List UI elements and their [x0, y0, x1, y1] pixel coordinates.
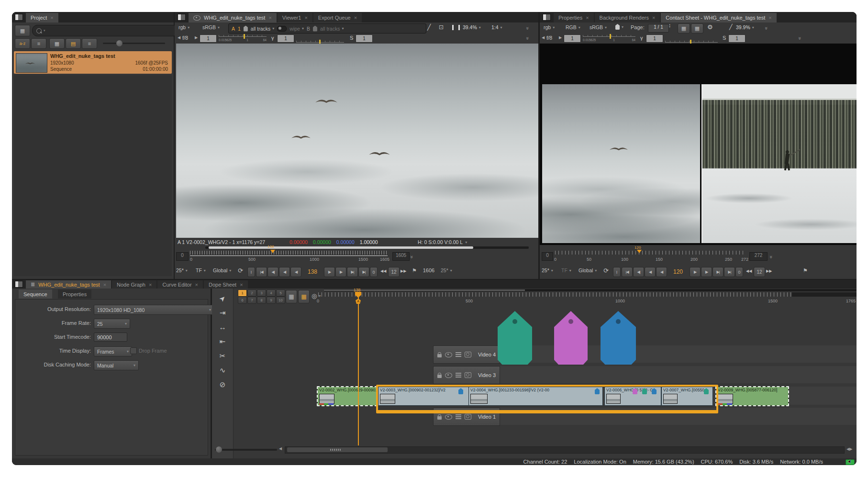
- loop-icon[interactable]: ⟳: [238, 267, 243, 274]
- gamma-field[interactable]: 1: [277, 34, 294, 43]
- timecode-mode-dropdown[interactable]: TF: [561, 267, 571, 273]
- in-point-field[interactable]: 0: [176, 252, 189, 261]
- viewer-zoom-dropdown[interactable]: 39.4%: [463, 24, 481, 30]
- overflow-chevron-icon[interactable]: »: [525, 27, 531, 29]
- in-out-flag-icon[interactable]: ⚑: [412, 267, 417, 274]
- step-forward-button[interactable]: ▶: [335, 267, 346, 277]
- play-button[interactable]: ▶: [690, 267, 701, 277]
- gamma-field[interactable]: 1: [646, 34, 663, 43]
- frame-rate-dropdown[interactable]: 25: [94, 319, 130, 329]
- sheet-zoom-dropdown[interactable]: 39.9%: [736, 24, 754, 30]
- start-timecode-field[interactable]: 90000: [94, 333, 127, 342]
- sort-alpha-button[interactable]: a-z: [15, 38, 30, 49]
- clip-v2-0003[interactable]: V2-0003_WHG.[000902-001232]/V2: [378, 387, 469, 406]
- timeline-scrollbar[interactable]: [285, 446, 845, 454]
- jog-forward-icon[interactable]: ▶▶: [766, 269, 772, 273]
- disk-caching-dropdown[interactable]: Manual: [94, 360, 139, 370]
- play-backward-button[interactable]: ◀: [656, 267, 667, 277]
- tracks-b-dropdown[interactable]: all tracks: [320, 26, 344, 32]
- play-backward-button[interactable]: ◀: [290, 267, 301, 277]
- fstop-dec-icon[interactable]: ◀: [178, 35, 180, 40]
- overflow-chevron-icon[interactable]: »: [525, 37, 531, 39]
- layers-icon[interactable]: [456, 414, 461, 419]
- multiview-tool-icon[interactable]: ⊘: [212, 380, 233, 389]
- clip-v2-0009[interactable]: V2-0009_WHG.[005877-006120]: [716, 387, 789, 406]
- clip-v2-0007[interactable]: V2-0007_WHG.[00550: [661, 387, 713, 406]
- timeline-view-button[interactable]: ▦: [286, 290, 297, 303]
- marker-4-button[interactable]: 4: [267, 289, 276, 297]
- grid-view-button[interactable]: ▦: [49, 38, 65, 49]
- project-view-mode-button[interactable]: ▦: [15, 25, 30, 36]
- input-a-number[interactable]: 1: [238, 26, 241, 32]
- detail-view-button[interactable]: ▤: [66, 38, 81, 49]
- tag-icon[interactable]: [244, 26, 248, 32]
- layers-icon[interactable]: [456, 352, 461, 357]
- mask-icon[interactable]: [465, 414, 471, 420]
- saturation-field[interactable]: 1: [356, 34, 373, 43]
- step-back-button[interactable]: ◀: [645, 267, 656, 277]
- overflow-chevron-icon[interactable]: »: [764, 27, 769, 29]
- track-lane-video4[interactable]: [500, 345, 857, 363]
- overflow-chevron-icon[interactable]: »: [797, 37, 803, 39]
- slider-knob[interactable]: [116, 40, 122, 46]
- close-icon[interactable]: ×: [149, 282, 152, 287]
- fps-dropdown[interactable]: 25*: [542, 267, 553, 273]
- fstop-inc-icon[interactable]: ▶: [559, 35, 562, 40]
- out-point-field[interactable]: 272: [749, 252, 768, 261]
- marker-6-button[interactable]: 6: [238, 297, 247, 304]
- wipe-handle-icon[interactable]: ╱: [427, 24, 431, 31]
- scrollbar-thumb[interactable]: [287, 447, 388, 452]
- marker-9-button[interactable]: 9: [267, 297, 276, 304]
- timeline-ruler[interactable]: 0 500 1000 1500 1765: [300, 292, 857, 306]
- close-icon[interactable]: ×: [103, 282, 106, 287]
- fstop-inc-icon[interactable]: ▶: [195, 35, 198, 40]
- gain-field[interactable]: 1: [564, 34, 581, 43]
- track-lane-video3[interactable]: [500, 366, 857, 383]
- wipe-toggle[interactable]: [277, 26, 287, 32]
- close-icon[interactable]: ×: [50, 15, 53, 20]
- ruler-chevron-icon[interactable]: »: [409, 256, 415, 257]
- project-search[interactable]: ▾: [32, 25, 178, 36]
- eye-icon[interactable]: [445, 352, 452, 357]
- sequence-tag-magenta[interactable]: [554, 311, 588, 365]
- close-icon[interactable]: ×: [768, 15, 771, 20]
- playhead-marker[interactable]: [637, 250, 642, 256]
- contact-sheet-image-2[interactable]: [701, 84, 857, 243]
- tab-sequence-viewer[interactable]: WHG_edit_nuke_tags test ×: [189, 13, 277, 22]
- razor-tool-icon[interactable]: ✂: [212, 352, 233, 360]
- go-to-end-button[interactable]: ▶|: [358, 267, 369, 277]
- zoom-slider-knob[interactable]: [216, 446, 222, 453]
- playhead-marker[interactable]: [270, 250, 275, 256]
- clip-v2-0006[interactable]: V2-0006_WHG.[0 52 2- C: [604, 387, 661, 406]
- prev-edit-button[interactable]: ◀|: [267, 267, 278, 277]
- track-header-video3[interactable]: Video 3: [433, 366, 500, 384]
- scroll-arrows-icon[interactable]: ◀▶: [846, 447, 852, 451]
- tab-properties[interactable]: Properties×: [554, 13, 594, 22]
- input-a-label[interactable]: A: [232, 26, 235, 32]
- clip-v2-0004[interactable]: V2-0004_WHG.[001233-001598]/V2 (V2-00: [468, 387, 603, 406]
- page-spinner[interactable]: ▴▾: [669, 23, 670, 28]
- prev-edit-button[interactable]: ◀|: [633, 267, 644, 277]
- pane-menu-icon[interactable]: [178, 14, 186, 21]
- drop-frame-checkbox[interactable]: [130, 347, 137, 354]
- tab-node-graph[interactable]: Node Graph×: [112, 280, 156, 289]
- go-to-start-button[interactable]: |◀: [256, 267, 267, 277]
- pause-icon[interactable]: [452, 25, 460, 30]
- tab-timeline-sequence[interactable]: ≣ WHG_edit_nuke_tags test ×: [26, 280, 111, 289]
- eye-icon[interactable]: [445, 414, 452, 420]
- tab-properties-inner[interactable]: Properties: [58, 289, 91, 299]
- gain-field[interactable]: 1: [200, 34, 217, 43]
- pane-menu-icon[interactable]: [15, 281, 23, 288]
- go-to-end-button[interactable]: ▶|: [724, 267, 735, 277]
- input-b-label[interactable]: B: [307, 26, 310, 32]
- step-back-button[interactable]: ◀: [279, 267, 290, 277]
- search-input[interactable]: [47, 28, 174, 34]
- tab-sequence[interactable]: Sequence: [19, 289, 52, 299]
- jog-rate-field[interactable]: 12: [754, 267, 765, 277]
- layer-dropdown[interactable]: RGB: [566, 24, 580, 30]
- loop-icon[interactable]: ⟳: [603, 267, 609, 274]
- go-to-start-button[interactable]: |◀: [622, 267, 633, 277]
- close-icon[interactable]: ×: [354, 15, 357, 20]
- current-frame-field[interactable]: 120: [668, 268, 688, 275]
- sheet-frame-ruler[interactable]: 0 50 100 150 200 250 272 120: [555, 251, 746, 264]
